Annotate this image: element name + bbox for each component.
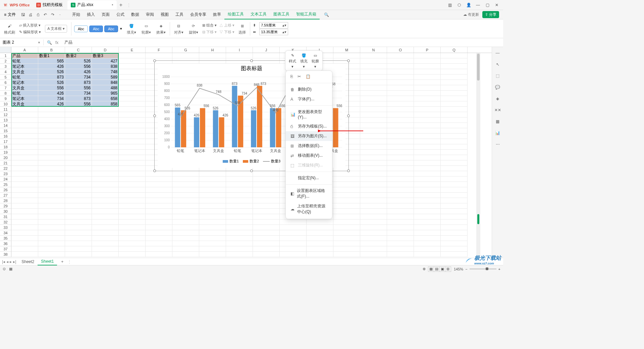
cell[interactable]	[199, 230, 226, 236]
cut-icon[interactable]: ✂	[298, 74, 301, 79]
cell[interactable]	[92, 155, 119, 160]
cell[interactable]	[441, 112, 468, 117]
cell[interactable]	[441, 139, 468, 144]
align-button[interactable]: ⊟对齐▾	[173, 22, 185, 35]
shape-style-presets[interactable]: AbcAbcAbc▾	[74, 26, 123, 32]
cell[interactable]	[38, 134, 65, 139]
cell[interactable]	[441, 96, 468, 101]
cell[interactable]	[11, 117, 38, 123]
cell[interactable]	[333, 252, 360, 257]
row-header[interactable]: 30	[0, 209, 11, 214]
cell[interactable]	[280, 252, 307, 257]
cell[interactable]	[92, 166, 119, 171]
cell[interactable]	[65, 139, 92, 144]
cell[interactable]	[414, 219, 441, 225]
cell[interactable]	[65, 209, 92, 214]
cell[interactable]: 526	[65, 58, 92, 64]
cell[interactable]	[414, 160, 441, 166]
cell[interactable]	[119, 139, 146, 144]
cell[interactable]	[441, 128, 468, 134]
cell[interactable]	[119, 214, 146, 219]
cell[interactable]	[11, 134, 38, 139]
cell[interactable]	[441, 252, 468, 257]
insert-shape[interactable]: ▱ 插入形状 ▾	[19, 23, 41, 28]
cell[interactable]	[253, 209, 280, 214]
cell[interactable]	[119, 144, 146, 150]
col-header[interactable]: H	[199, 47, 226, 53]
cell[interactable]	[333, 246, 360, 252]
cell[interactable]	[360, 107, 387, 112]
col-header[interactable]: A	[11, 47, 38, 53]
cell[interactable]	[307, 230, 333, 236]
cell[interactable]	[441, 64, 468, 69]
cell[interactable]	[11, 252, 38, 257]
cell[interactable]	[146, 230, 172, 236]
cell[interactable]	[146, 177, 172, 182]
row-header[interactable]: 27	[0, 193, 11, 198]
cell[interactable]	[38, 150, 65, 155]
cell[interactable]	[11, 209, 38, 214]
cell[interactable]	[307, 219, 333, 225]
cell[interactable]	[11, 177, 38, 182]
cell[interactable]	[360, 112, 387, 117]
cell[interactable]	[333, 236, 360, 241]
cell[interactable]	[280, 230, 307, 236]
cell[interactable]	[65, 155, 92, 160]
cell[interactable]	[199, 236, 226, 241]
cube-icon[interactable]: ⬡	[455, 1, 464, 9]
cell[interactable]	[226, 219, 253, 225]
cell[interactable]	[387, 64, 414, 69]
cell[interactable]	[172, 209, 199, 214]
col-header[interactable]: M	[333, 47, 360, 53]
cell[interactable]: 565	[38, 58, 65, 64]
sheet-tab[interactable]: Sheet1	[38, 258, 57, 265]
cell[interactable]	[119, 53, 146, 58]
cell[interactable]	[119, 241, 146, 246]
cell[interactable]	[307, 225, 333, 230]
cell[interactable]	[119, 107, 146, 112]
cell[interactable]: 658	[92, 96, 119, 101]
effect-button[interactable]: ◈效果▾	[155, 22, 167, 35]
cell[interactable]	[414, 150, 441, 155]
cell[interactable]	[387, 117, 414, 123]
cell[interactable]	[119, 166, 146, 171]
edit-shape[interactable]: ✎ 编辑形状 ▾	[19, 30, 41, 35]
cell[interactable]	[441, 134, 468, 139]
cell[interactable]	[11, 112, 38, 117]
row-header[interactable]: 17	[0, 139, 11, 144]
cell[interactable]	[253, 177, 280, 182]
height-input[interactable]: ▴▾	[259, 22, 288, 29]
cell[interactable]	[333, 187, 360, 193]
cell[interactable]	[226, 225, 253, 230]
cell[interactable]	[65, 107, 92, 112]
row-header[interactable]: 11	[0, 107, 11, 112]
cell[interactable]	[172, 219, 199, 225]
cell[interactable]	[387, 134, 414, 139]
cell[interactable]	[387, 241, 414, 246]
cell[interactable]	[119, 58, 146, 64]
cell[interactable]	[360, 64, 387, 69]
cell[interactable]	[92, 150, 119, 155]
maximize-button[interactable]: ▢	[483, 1, 492, 9]
cell[interactable]	[92, 187, 119, 193]
formula-value[interactable]: 产品	[62, 40, 72, 45]
ribbon-tab[interactable]: 页面	[98, 10, 113, 19]
cell[interactable]: 748	[92, 69, 119, 74]
row-header[interactable]: 35	[0, 236, 11, 241]
cell[interactable]	[226, 209, 253, 214]
cell[interactable]	[253, 187, 280, 193]
cell[interactable]	[11, 166, 38, 171]
cell[interactable]	[360, 69, 387, 74]
paste-icon[interactable]: 📋	[306, 74, 311, 79]
pane-button[interactable]: ⊞选择	[237, 22, 247, 35]
cell[interactable]	[11, 230, 38, 236]
ribbon-tab[interactable]: 审阅	[143, 10, 157, 19]
cell[interactable]	[119, 101, 146, 107]
cell[interactable]	[92, 123, 119, 128]
cell[interactable]	[333, 203, 360, 209]
cell[interactable]	[253, 219, 280, 225]
cell[interactable]	[92, 117, 119, 123]
cell[interactable]	[92, 230, 119, 236]
cell[interactable]	[11, 144, 38, 150]
cell[interactable]	[65, 193, 92, 198]
